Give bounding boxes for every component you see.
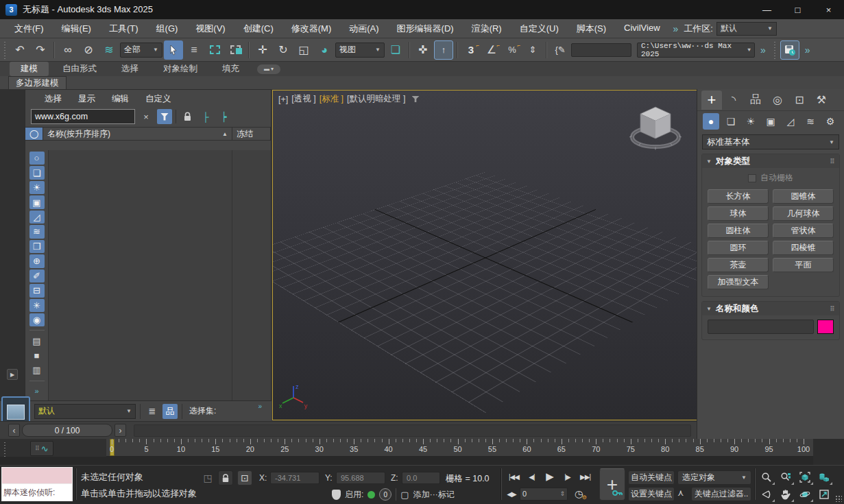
window-crossing-toggle[interactable] (226, 40, 245, 60)
menu-item-5[interactable]: 创建(C) (234, 20, 282, 38)
schematic-view-button[interactable]: 品 (162, 404, 178, 419)
zoom-all-button[interactable] (776, 469, 795, 485)
ribbon-tab-1[interactable]: 自由形式 (51, 62, 108, 76)
ribbon-tab-4[interactable]: 填充 (211, 62, 250, 76)
display-xrefs-toggle[interactable]: ⊕ (29, 254, 45, 267)
shield-icon[interactable] (332, 490, 341, 500)
select-and-scale-button[interactable]: ◱ (294, 40, 313, 60)
macro-recorder-field[interactable] (1, 467, 73, 484)
menu-item-8[interactable]: 图形编辑器(D) (388, 20, 463, 38)
object-type-button-4[interactable]: 圆柱体 (708, 224, 769, 238)
object-type-button-5[interactable]: 管状体 (773, 224, 834, 238)
category-shapes[interactable]: ❏ (723, 113, 739, 130)
menu-item-12[interactable]: CivilView (615, 20, 669, 38)
viewport-general-menu[interactable]: [+] (278, 95, 288, 104)
absolute-offset-mode-toggle[interactable]: ⊡ (237, 470, 252, 485)
redo-button[interactable]: ↷ (31, 40, 50, 60)
explorer-search-input[interactable]: www.x6g.com (31, 109, 135, 124)
view-cube[interactable] (625, 97, 686, 155)
tab-create[interactable]: + (701, 91, 722, 110)
key-mode-toggle[interactable]: ◀▶ (506, 486, 517, 501)
next-frame-button[interactable]: |▶ (559, 469, 575, 484)
autobackup-save-button[interactable] (780, 40, 799, 60)
tab-display[interactable]: ⊡ (789, 91, 810, 110)
object-type-button-8[interactable]: 茶壶 (708, 258, 769, 272)
edit-named-selection-sets-button[interactable]: {✎ (551, 40, 570, 60)
menu-overflow-chevron[interactable]: » (669, 23, 683, 34)
maximize-viewport-toggle[interactable] (815, 486, 833, 503)
explorer-menu-3[interactable]: 自定义 (140, 92, 177, 106)
frozen-column-header[interactable]: 冻结 (232, 128, 271, 140)
explorer-blank-button[interactable]: ■ (29, 349, 45, 362)
tab-motion[interactable]: ◎ (767, 91, 788, 110)
display-frozen-toggle[interactable]: ✳ (29, 299, 45, 312)
zoom-extents-all-button[interactable] (815, 469, 833, 485)
menu-item-7[interactable]: 动画(A) (340, 20, 387, 38)
workspace-dropdown[interactable]: 默认 ▼ (716, 22, 777, 36)
project-folder-dropdown[interactable]: C:\Users\ww···ds Max 2025 ▼ (637, 43, 755, 58)
zoom-region-button[interactable] (757, 486, 775, 503)
layers-button[interactable]: ≣ (145, 404, 160, 419)
menu-item-0[interactable]: 文件(F) (5, 20, 53, 38)
display-cameras-toggle[interactable]: ▣ (29, 195, 45, 208)
close-button[interactable]: × (813, 0, 844, 19)
zoom-button[interactable] (757, 469, 775, 485)
select-and-link-button[interactable]: ∞ (58, 40, 77, 60)
toolbar-overflow-chevron[interactable]: » (756, 45, 770, 56)
viewport-shading-menu[interactable]: [默认明暗处理 ] (347, 93, 405, 105)
pan-button[interactable] (776, 486, 795, 503)
maximize-button[interactable]: □ (782, 0, 813, 19)
object-type-button-10[interactable]: 加强型文本 (708, 275, 769, 289)
perspective-viewport[interactable]: [+] [透视 ] [标准 ] [默认明暗处理 ] x y z (272, 90, 697, 420)
tab-modify[interactable]: ◝ (723, 91, 744, 110)
x-coordinate-field[interactable]: -34.731 (270, 472, 319, 484)
name-color-rollout-header[interactable]: ▼ 名称和颜色 ⠿ (702, 302, 839, 315)
filter-button[interactable] (157, 109, 172, 124)
display-space-warps-toggle[interactable]: ≋ (29, 225, 45, 238)
name-column-header[interactable]: 名称(按升序排序) ▲ (43, 128, 232, 140)
toolbar-drag-handle[interactable] (773, 41, 777, 59)
explorer-list-view-button[interactable]: ▤ (29, 334, 45, 347)
minimize-button[interactable]: — (751, 0, 782, 19)
angle-snap-toggle[interactable]: ∠⌐ (482, 40, 501, 60)
object-type-button-7[interactable]: 四棱锥 (773, 241, 834, 255)
selection-lock-toggle[interactable] (218, 470, 233, 485)
autogrid-checkbox[interactable] (748, 174, 756, 182)
keyboard-shortcut-override-toggle[interactable]: ↑ (434, 40, 453, 60)
add-time-tag[interactable]: 添加···标记 (413, 489, 455, 501)
bind-to-space-warp-button[interactable]: ≋ (99, 40, 119, 60)
expand-tree-button[interactable]: ├ (198, 109, 213, 124)
viewport-style-menu[interactable]: [标准 ] (319, 93, 343, 105)
key-filters-button[interactable]: 关键点过滤器.. (691, 487, 751, 501)
previous-frame-arrow[interactable]: ‹ (8, 424, 20, 437)
select-and-rotate-button[interactable]: ↻ (274, 40, 293, 60)
go-to-start-button[interactable]: |◀◀ (506, 469, 522, 484)
menu-item-11[interactable]: 脚本(S) (568, 20, 615, 38)
spinner-icon[interactable]: ⇕ (559, 490, 565, 497)
menu-item-10[interactable]: 自定义(U) (511, 20, 568, 38)
viewport-pov-menu[interactable]: [透视 ] (291, 93, 315, 105)
ribbon-overflow-dropdown[interactable]: ▬ ▾ (257, 64, 280, 74)
menu-item-1[interactable]: 编辑(E) (53, 20, 100, 38)
select-object-button[interactable] (164, 40, 183, 60)
tab-hierarchy[interactable]: 品 (745, 91, 766, 110)
collapse-tree-button[interactable]: ┝ (217, 109, 232, 124)
display-none-toggle[interactable]: ○ (29, 152, 45, 165)
category-helpers[interactable]: ◿ (782, 113, 799, 130)
tab-utilities[interactable]: ⚒ (811, 91, 832, 110)
maxscript-mini-listener[interactable]: 脚本迷你侦听: (1, 467, 73, 503)
set-key-toggle[interactable]: 设置关键点 (628, 487, 675, 501)
display-groups-toggle[interactable]: ❒ (29, 240, 45, 253)
display-containers-toggle[interactable]: ⊟ (29, 284, 45, 297)
explorer-object-list[interactable] (48, 150, 271, 400)
y-coordinate-field[interactable]: 95.688 (336, 472, 385, 484)
selection-filter-dropdown[interactable]: 全部 ▼ (120, 43, 162, 58)
explorer-collapse-chevron[interactable]: » (29, 385, 45, 398)
object-name-field[interactable] (708, 320, 814, 334)
default-tangent-icon[interactable]: ⋏ (677, 488, 684, 498)
spinner-snap-toggle[interactable]: ⇕ (523, 40, 542, 60)
toolbar-drag-handle[interactable] (3, 41, 8, 59)
time-slider-track[interactable] (134, 424, 691, 437)
ribbon-tab-2[interactable]: 选择 (110, 62, 149, 76)
category-geometry[interactable]: ● (703, 113, 719, 130)
